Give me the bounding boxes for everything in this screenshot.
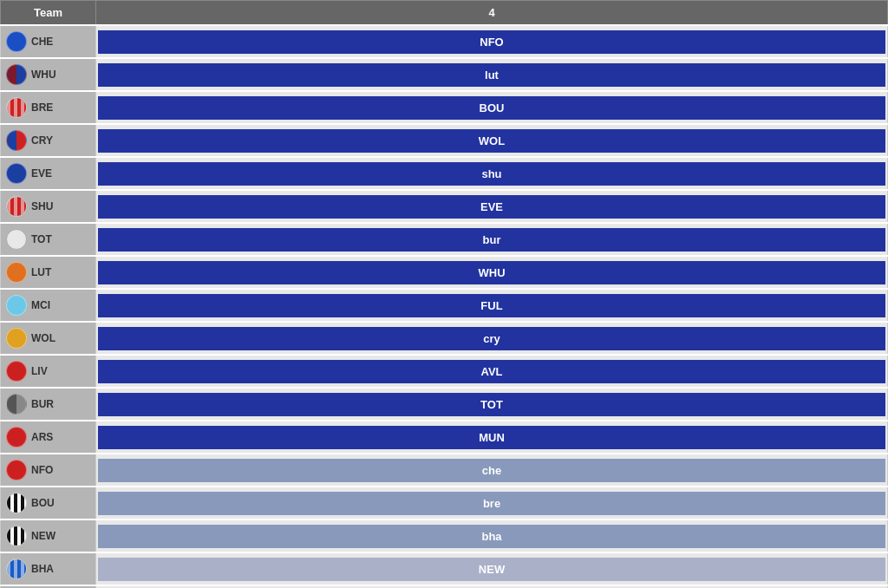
svg-rect-13 bbox=[7, 526, 10, 546]
bar-cell: che bbox=[96, 454, 888, 487]
svg-rect-19 bbox=[21, 559, 24, 579]
team-cell: CHE bbox=[1, 25, 96, 58]
table-row: TOT bur bbox=[1, 223, 888, 256]
bar-label: bha bbox=[98, 525, 885, 548]
team-name: CRY bbox=[31, 134, 53, 147]
team-cell: BOU bbox=[1, 487, 96, 519]
team-name: EVE bbox=[31, 167, 52, 180]
bar-label: MUN bbox=[98, 426, 885, 449]
team-badge bbox=[6, 196, 27, 217]
bar-cell: FUL bbox=[96, 289, 888, 322]
team-badge bbox=[6, 163, 27, 184]
team-cell: ARS bbox=[1, 421, 96, 454]
team-cell: WOL bbox=[1, 322, 96, 355]
team-cell: BHA bbox=[1, 552, 96, 585]
bar-label: FUL bbox=[98, 294, 885, 317]
team-badge bbox=[6, 64, 27, 85]
team-name: NFO bbox=[31, 464, 53, 476]
team-badge bbox=[6, 427, 27, 448]
bar-cell: MUN bbox=[96, 421, 888, 454]
bar-cell: bha bbox=[96, 519, 888, 552]
table-row: LUT WHU bbox=[1, 256, 888, 289]
table-row: EVE shu bbox=[1, 157, 888, 190]
team-name: ARS bbox=[31, 431, 53, 443]
main-table: Team 4 CHE NFO WHU lut BRE BOU bbox=[0, 0, 888, 588]
table-row: BHA NEW bbox=[1, 552, 888, 585]
team-badge bbox=[6, 130, 27, 151]
value-header: 4 bbox=[96, 1, 888, 26]
team-badge bbox=[6, 328, 27, 349]
team-name: BHA bbox=[31, 563, 54, 575]
table-row: BUR TOT bbox=[1, 388, 888, 421]
bar-label: lut bbox=[98, 63, 885, 87]
team-badge bbox=[6, 493, 27, 513]
table-row: BRE BOU bbox=[1, 91, 888, 124]
bar-label: BOU bbox=[98, 96, 885, 120]
svg-rect-17 bbox=[7, 559, 10, 579]
bar-cell: NFO bbox=[96, 25, 888, 58]
svg-rect-3 bbox=[21, 98, 24, 118]
table-row: NEW bha bbox=[1, 519, 888, 552]
team-cell: LUT bbox=[1, 256, 96, 289]
team-cell: TOT bbox=[1, 223, 96, 256]
svg-rect-11 bbox=[21, 493, 24, 513]
bar-label: bre bbox=[98, 492, 885, 515]
bar-label: WHU bbox=[98, 261, 885, 284]
bar-cell: BOU bbox=[96, 91, 888, 124]
team-name: TOT bbox=[31, 233, 52, 245]
svg-rect-5 bbox=[7, 197, 10, 217]
team-badge bbox=[6, 229, 27, 250]
team-name: LIV bbox=[31, 365, 48, 377]
table-row: ARS MUN bbox=[1, 421, 888, 454]
team-name: CHE bbox=[31, 36, 53, 48]
team-name: SHU bbox=[31, 200, 53, 212]
bar-cell: bre bbox=[96, 487, 888, 519]
svg-rect-9 bbox=[7, 493, 10, 513]
team-cell: NEW bbox=[1, 519, 96, 552]
bar-cell: lut bbox=[96, 58, 888, 91]
team-badge bbox=[6, 460, 27, 480]
bar-cell: cry bbox=[96, 322, 888, 355]
bar-cell: EVE bbox=[96, 190, 888, 223]
team-badge bbox=[6, 31, 27, 52]
svg-rect-1 bbox=[7, 98, 10, 118]
bar-label: bur bbox=[98, 228, 885, 252]
team-cell: BRE bbox=[1, 91, 96, 124]
team-name: MCI bbox=[31, 299, 50, 311]
bar-label: TOT bbox=[98, 393, 885, 416]
svg-rect-6 bbox=[14, 197, 17, 217]
table-row: NFO che bbox=[1, 454, 888, 487]
team-name: LUT bbox=[31, 266, 51, 278]
table-row: CRY WOL bbox=[1, 124, 888, 157]
team-name: WHU bbox=[31, 69, 56, 81]
team-badge bbox=[6, 361, 27, 382]
team-badge bbox=[6, 394, 27, 415]
bar-cell: NEW bbox=[96, 552, 888, 585]
team-header: Team bbox=[1, 1, 96, 26]
bar-cell: TOT bbox=[96, 388, 888, 421]
svg-rect-18 bbox=[14, 559, 17, 579]
team-cell: EVE bbox=[1, 157, 96, 190]
bar-label: shu bbox=[98, 162, 885, 186]
team-cell: SHU bbox=[1, 190, 96, 223]
bar-label: NFO bbox=[98, 30, 885, 54]
table-row: WHU lut bbox=[1, 58, 888, 91]
team-badge bbox=[6, 295, 27, 316]
team-badge bbox=[6, 526, 27, 546]
team-cell: LIV bbox=[1, 355, 96, 388]
team-badge bbox=[6, 559, 27, 579]
table-row: WOL cry bbox=[1, 322, 888, 355]
team-badge bbox=[6, 262, 27, 283]
team-badge bbox=[6, 97, 27, 118]
bar-label: EVE bbox=[98, 195, 885, 219]
team-cell: WHU bbox=[1, 58, 96, 91]
team-cell: MCI bbox=[1, 289, 96, 322]
bar-cell: AVL bbox=[96, 355, 888, 388]
table-row: CHE NFO bbox=[1, 25, 888, 58]
bar-label: AVL bbox=[98, 360, 885, 383]
svg-rect-7 bbox=[21, 197, 24, 217]
team-cell: BUR bbox=[1, 388, 96, 421]
svg-rect-15 bbox=[21, 526, 24, 546]
team-cell: CRY bbox=[1, 124, 96, 157]
table-row: MCI FUL bbox=[1, 289, 888, 322]
